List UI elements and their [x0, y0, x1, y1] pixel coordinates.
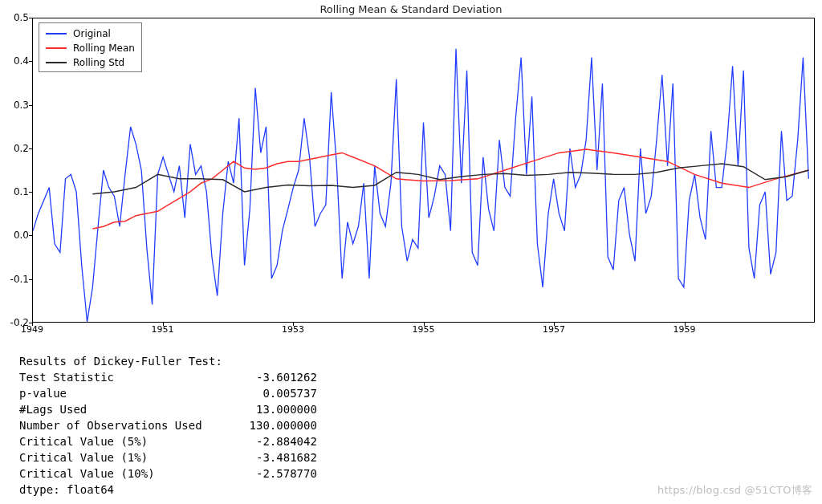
legend-item-rolling-std: Rolling Std: [46, 55, 135, 70]
y-tick-label: 0.5: [2, 12, 29, 23]
legend-box: Original Rolling Mean Rolling Std: [39, 22, 142, 72]
legend-swatch-original: [46, 33, 67, 35]
y-tick-label: 0.4: [2, 55, 29, 67]
chart-title: Rolling Mean & Standard Deviation: [0, 3, 822, 15]
series-original: [33, 49, 808, 322]
legend-label: Rolling Std: [73, 57, 124, 68]
legend-label: Original: [73, 28, 111, 39]
figure-container: { "chart_data": { "type": "line", "title…: [0, 0, 822, 504]
watermark-text: https://blog.csd @51CTO博客: [657, 483, 812, 498]
y-tick-label: 0.3: [2, 100, 29, 111]
chart-plot-area: [32, 18, 815, 323]
y-tick-label: -0.1: [2, 274, 29, 285]
legend-item-rolling-mean: Rolling Mean: [46, 41, 135, 55]
y-tick-label: 0.1: [2, 186, 29, 197]
legend-item-original: Original: [46, 26, 135, 41]
legend-swatch-rolling-mean: [46, 47, 67, 49]
legend-swatch-rolling-std: [46, 62, 67, 63]
y-tick-label: 0.2: [2, 143, 29, 154]
legend-label: Rolling Mean: [73, 43, 135, 54]
y-tick-label: 0.0: [2, 230, 29, 241]
dickey-fuller-results: Results of Dickey-Fuller Test: Test Stat…: [19, 353, 317, 498]
chart-svg: [33, 18, 814, 322]
